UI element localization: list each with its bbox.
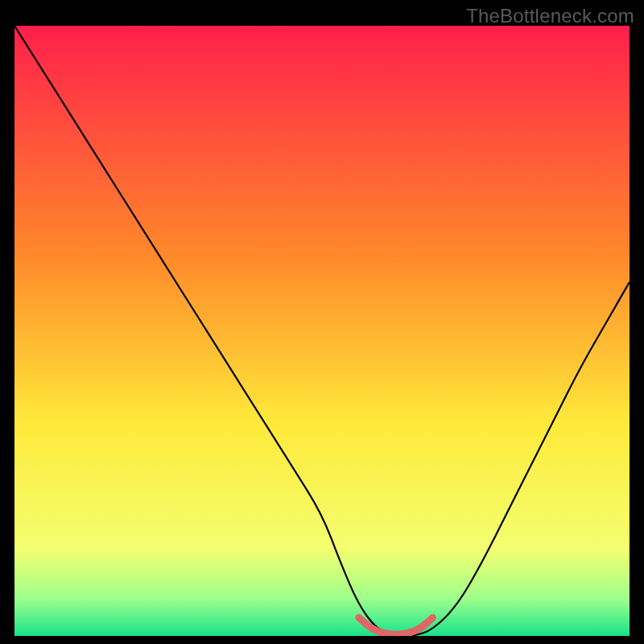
- plot-area: [14, 26, 630, 636]
- watermark-text: TheBottleneck.com: [466, 5, 634, 27]
- chart-stage: TheBottleneck.com: [0, 0, 644, 644]
- chart-svg: [14, 26, 630, 636]
- gradient-panel: [14, 26, 630, 636]
